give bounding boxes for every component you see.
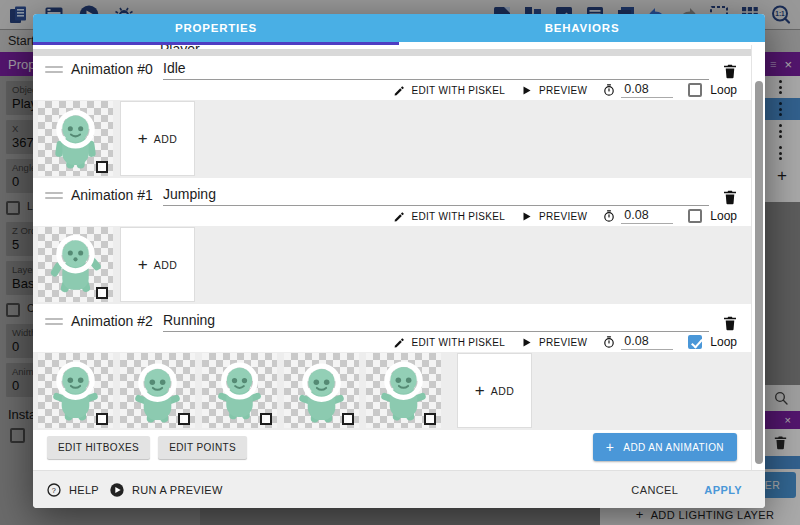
dialog-tabs: PROPERTIES BEHAVIORS (33, 14, 765, 42)
plus-icon: + (138, 129, 148, 149)
animation-label: Animation #1 (71, 187, 163, 206)
apply-button[interactable]: APPLY (696, 478, 750, 502)
tab-properties[interactable]: PROPERTIES (33, 14, 399, 42)
animation-label: Animation #2 (71, 313, 163, 332)
animation-actions-row: EDIT HITBOXES EDIT POINTS +ADD AN ANIMAT… (33, 434, 751, 460)
frame-thumbnail[interactable] (202, 353, 277, 428)
stopwatch-icon (602, 335, 616, 349)
animation-label: Animation #0 (71, 61, 163, 80)
help-icon (46, 482, 62, 498)
frame-thumbnail[interactable] (284, 353, 359, 428)
loop-checkbox[interactable]: Loop (688, 209, 737, 223)
time-between-frames-input[interactable]: 0.08 (602, 334, 673, 350)
animation-name-input[interactable]: Idle (163, 60, 709, 80)
frame-select-checkbox[interactable] (96, 287, 108, 299)
dialog-footer: HELP RUN A PREVIEW CANCEL APPLY (33, 470, 765, 508)
dialog-scrollbar (751, 45, 765, 470)
delete-animation-icon[interactable] (721, 314, 739, 332)
pencil-icon (393, 84, 406, 97)
time-between-frames-input[interactable]: 0.08 (602, 208, 673, 224)
edit-with-piskel-button[interactable]: EDIT WITH PISKEL (393, 210, 506, 223)
plus-icon: + (475, 381, 485, 401)
frame-select-checkbox[interactable] (96, 413, 108, 425)
frame-thumbnail[interactable] (38, 101, 113, 176)
frame-select-checkbox[interactable] (178, 413, 190, 425)
edit-with-piskel-button[interactable]: EDIT WITH PISKEL (393, 336, 506, 349)
drag-handle-icon[interactable] (45, 192, 63, 206)
delete-animation-icon[interactable] (721, 62, 739, 80)
gdevelop-app: 1:1 Start Page Properties ObjectPlayerX3… (0, 0, 800, 525)
edit-points-button[interactable]: EDIT POINTS (158, 436, 247, 459)
frame-thumbnail[interactable] (38, 353, 113, 428)
delete-animation-icon[interactable] (721, 188, 739, 206)
object-name-row[interactable]: Player (33, 45, 751, 56)
tab-behaviors[interactable]: BEHAVIORS (399, 14, 765, 42)
object-name-value: Player (160, 45, 200, 56)
play-icon (520, 84, 533, 97)
frames-strip: +ADD (33, 100, 751, 178)
animation-name-input[interactable]: Running (163, 312, 709, 332)
time-between-frames-input[interactable]: 0.08 (602, 82, 673, 98)
animation-section: Animation #0 Idle EDIT WITH PISKEL PREVI… (33, 56, 751, 178)
stopwatch-icon (602, 83, 616, 97)
frame-select-checkbox[interactable] (342, 413, 354, 425)
plus-icon: + (606, 439, 615, 455)
run-preview-button[interactable]: RUN A PREVIEW (109, 482, 223, 498)
animation-section: Animation #1 Jumping EDIT WITH PISKEL PR… (33, 182, 751, 304)
edit-hitboxes-button[interactable]: EDIT HITBOXES (47, 436, 150, 459)
preview-button[interactable]: PREVIEW (520, 210, 587, 223)
run-preview-icon (109, 482, 125, 498)
drag-handle-icon[interactable] (45, 66, 63, 80)
preview-button[interactable]: PREVIEW (520, 84, 587, 97)
scrollbar-thumb[interactable] (755, 81, 763, 464)
frames-strip: +ADD (33, 352, 751, 430)
add-frame-button[interactable]: +ADD (120, 101, 195, 176)
edit-with-piskel-button[interactable]: EDIT WITH PISKEL (393, 84, 506, 97)
add-frame-button[interactable]: +ADD (457, 353, 532, 428)
play-icon (520, 210, 533, 223)
frames-strip: +ADD (33, 226, 751, 304)
loop-checkbox[interactable]: Loop (688, 335, 737, 349)
play-icon (520, 336, 533, 349)
pencil-icon (393, 336, 406, 349)
dialog-body: Player Animation #0 Idle EDIT WITH PISKE… (33, 45, 751, 470)
loop-checkbox[interactable]: Loop (688, 83, 737, 97)
help-button[interactable]: HELP (46, 482, 99, 498)
plus-icon: + (138, 255, 148, 275)
object-editor-dialog: PROPERTIES BEHAVIORS Player Animation #0… (33, 14, 765, 508)
add-frame-button[interactable]: +ADD (120, 227, 195, 302)
drag-handle-icon[interactable] (45, 318, 63, 332)
animation-name-input[interactable]: Jumping (163, 186, 709, 206)
frame-thumbnail[interactable] (120, 353, 195, 428)
frame-select-checkbox[interactable] (424, 413, 436, 425)
frame-select-checkbox[interactable] (96, 161, 108, 173)
add-animation-button[interactable]: +ADD AN ANIMATION (593, 433, 737, 461)
frame-select-checkbox[interactable] (260, 413, 272, 425)
stopwatch-icon (602, 209, 616, 223)
pencil-icon (393, 210, 406, 223)
frame-thumbnail[interactable] (38, 227, 113, 302)
cancel-button[interactable]: CANCEL (623, 478, 686, 502)
frame-thumbnail[interactable] (366, 353, 441, 428)
animation-section: Animation #2 Running EDIT WITH PISKEL PR… (33, 308, 751, 430)
preview-button[interactable]: PREVIEW (520, 336, 587, 349)
